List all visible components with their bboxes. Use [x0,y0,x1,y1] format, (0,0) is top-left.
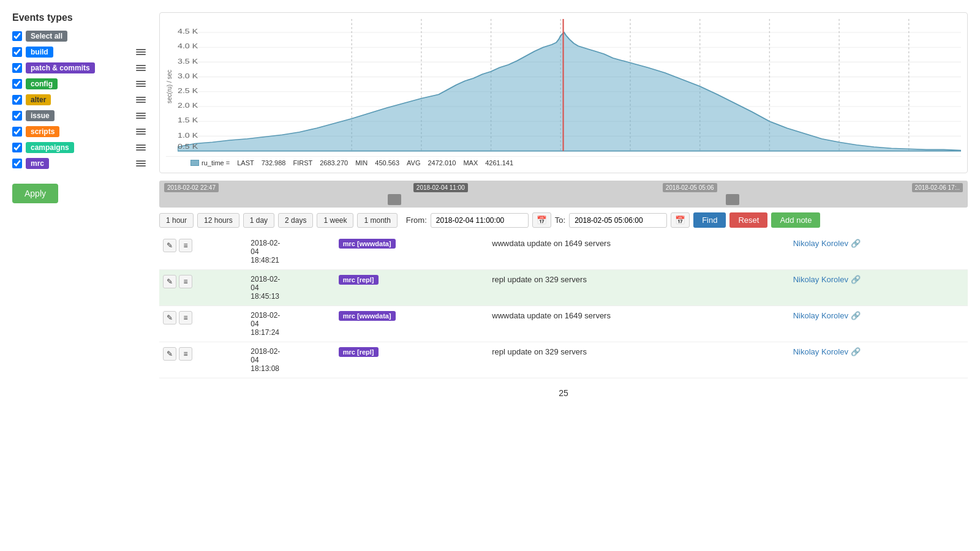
btn-1month[interactable]: 1 month [357,213,397,228]
checkbox-mrc[interactable] [12,159,22,168]
edit-icon[interactable]: ✎ [163,239,176,252]
svg-text:4.0 K: 4.0 K [178,43,198,50]
timeline-labels: 2018-02-02 22:47 2018-02-04 11:00 2018-0… [164,183,963,192]
add-note-button[interactable]: Add note [771,212,820,228]
sidebar: Events types Select all buildpatch & com… [12,12,147,398]
list-icon-alter[interactable] [135,95,147,105]
list-icon-campaigns[interactable] [135,143,147,152]
btn-1day[interactable]: 1 day [243,213,274,228]
event-actions-cell: ✎ ≡ [159,306,247,342]
page-number: 25 [559,388,568,398]
from-calendar-btn[interactable]: 📅 [532,212,551,228]
event-date: 2018-02- 04 18:17:24 [247,306,334,342]
list-icon-build[interactable] [135,47,147,57]
list-icon-issue[interactable] [135,111,147,121]
svg-text:1.0 K: 1.0 K [178,132,198,139]
btn-1week[interactable]: 1 week [317,213,353,228]
checkbox-patch[interactable] [12,63,22,73]
svg-text:02:00: 02:00 [780,153,802,154]
legend-avg-value: 2472.010 [428,159,456,167]
checkbox-build[interactable] [12,47,22,57]
event-tag-label[interactable]: mrc [wwwdata] [339,311,396,321]
event-user[interactable]: Nikolay Korolev 🔗 [790,270,968,306]
timeline-bar[interactable]: 2018-02-02 22:47 2018-02-04 11:00 2018-0… [159,181,968,208]
list-detail-icon[interactable]: ≡ [179,311,192,324]
list-detail-icon[interactable]: ≡ [179,275,192,288]
select-all-tag[interactable]: Select all [26,31,67,42]
event-user[interactable]: Nikolay Korolev 🔗 [790,234,968,270]
svg-text:2.0 K: 2.0 K [178,102,198,110]
chart-legend: ru_time = LAST 732.988 FIRST 2683.270 MI… [166,156,961,167]
to-calendar-btn[interactable]: 📅 [671,212,690,228]
event-type-row-campaigns: campaigns [12,142,147,153]
tag-campaigns[interactable]: campaigns [26,142,74,153]
event-tag-cell: mrc [wwwdata] [335,306,489,342]
tag-build[interactable]: build [26,47,53,58]
event-tag-label[interactable]: mrc [repl] [339,275,379,285]
event-user[interactable]: Nikolay Korolev 🔗 [790,342,968,378]
timeline-label-4: 2018-02-06 17:.. [912,183,963,192]
list-icon-patch[interactable] [135,63,147,73]
event-tag-cell: mrc [wwwdata] [335,234,489,270]
list-icon-mrc[interactable] [135,159,147,168]
checkbox-config[interactable] [12,79,22,89]
table-row: ✎ ≡ 2018-02- 04 18:17:24mrc [wwwdata]www… [159,306,968,342]
tag-patch[interactable]: patch & commits [26,62,95,73]
svg-text:4.5 K: 4.5 K [178,28,198,36]
btn-2days[interactable]: 2 days [278,213,313,228]
select-all-checkbox[interactable] [12,31,22,41]
select-all-row: Select all [12,31,147,42]
from-input[interactable] [431,213,529,228]
event-tag-cell: mrc [repl] [335,270,489,306]
legend-max-label: MAX [463,159,478,167]
event-actions-cell: ✎ ≡ [159,342,247,378]
legend-first-value: 2683.270 [320,159,348,167]
events-table: ✎ ≡ 2018-02- 04 18:48:21mrc [wwwdata]www… [159,234,968,378]
chart-svg: 4.5 K 4.0 K 3.5 K 3.0 K 2.5 K 2.0 K 1.5 … [178,19,961,154]
svg-text:12:00: 12:00 [270,153,292,154]
event-tag-label[interactable]: mrc [wwwdata] [339,239,396,249]
checkbox-alter[interactable] [12,95,22,105]
list-icon-config[interactable] [135,79,147,89]
event-date: 2018-02- 04 18:13:08 [247,342,334,378]
legend-min-value: 450.563 [375,159,399,167]
list-detail-icon[interactable]: ≡ [179,347,192,361]
timeline-label-3: 2018-02-05 05:06 [663,183,717,192]
list-detail-icon[interactable]: ≡ [179,239,192,252]
tag-scripts[interactable]: scripts [26,126,59,137]
apply-button[interactable]: Apply [12,184,58,203]
tag-mrc[interactable]: mrc [26,158,49,169]
tag-issue[interactable]: issue [26,110,55,121]
btn-1hour[interactable]: 1 hour [159,213,194,228]
find-button[interactable]: Find [693,212,726,228]
event-actions: ✎ ≡ [163,275,243,288]
timeline-handle-left[interactable] [388,194,401,205]
svg-text:1.5 K: 1.5 K [178,117,198,124]
event-tag-label[interactable]: mrc [repl] [339,347,379,357]
svg-text:3.5 K: 3.5 K [178,58,198,65]
btn-12hours[interactable]: 12 hours [197,213,239,228]
event-date: 2018-02- 04 18:45:13 [247,270,334,306]
event-type-row-config: config [12,78,147,89]
timeline-handle-right[interactable] [726,194,739,205]
event-type-row-scripts: scripts [12,126,147,137]
tag-config[interactable]: config [26,78,58,89]
sidebar-title: Events types [12,12,147,23]
event-user[interactable]: Nikolay Korolev 🔗 [790,306,968,342]
list-icon-scripts[interactable] [135,127,147,137]
reset-button[interactable]: Reset [729,212,767,228]
edit-icon[interactable]: ✎ [163,347,176,361]
checkbox-scripts[interactable] [12,127,22,137]
event-type-row-mrc: mrc [12,158,147,169]
tag-alter[interactable]: alter [26,94,51,105]
to-input[interactable] [569,213,667,228]
y-axis-label: sec(ru) / sec [166,19,173,154]
edit-icon[interactable]: ✎ [163,275,176,288]
checkbox-campaigns[interactable] [12,143,22,152]
svg-text:0.5 K: 0.5 K [178,143,198,151]
checkbox-issue[interactable] [12,111,22,121]
legend-max-value: 4261.141 [485,159,513,167]
legend-swatch [190,160,199,166]
edit-icon[interactable]: ✎ [163,311,176,324]
legend-last-label: LAST [237,159,254,167]
